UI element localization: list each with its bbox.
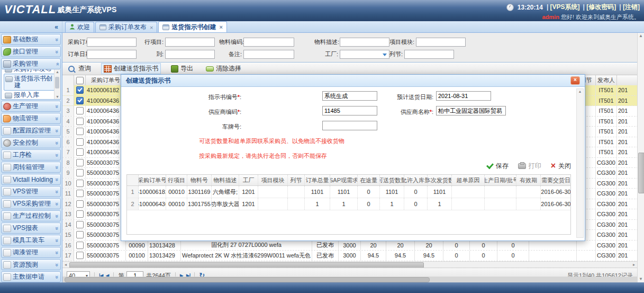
row-checkbox[interactable] (76, 200, 84, 208)
header-order[interactable]: 采购订单号 (86, 75, 126, 85)
row-checkbox[interactable] (76, 138, 84, 146)
sidebar-group[interactable]: 工序检 (1, 149, 61, 161)
sidebar-group[interactable]: Victall Holding (1, 174, 61, 185)
row-checkbox[interactable] (76, 221, 84, 228)
dialog-button[interactable]: 打印 (518, 162, 541, 171)
dialog-grid-row[interactable]: 2 4100006436 00010 1301755 功率放大器 1201 1 … (127, 198, 570, 210)
refresh-button[interactable] (199, 272, 205, 277)
header-link[interactable]: [修改密码] (583, 3, 616, 12)
header-link[interactable]: [VPS系统] (547, 3, 580, 12)
sidebar-group[interactable]: 周转箱管理 (1, 162, 61, 173)
filter-input[interactable] (165, 50, 215, 59)
dialog-grid-row[interactable]: 1 4100006182 00010 1301169 六角螺母; 1201 11… (127, 186, 570, 198)
sidebar-group[interactable]: 基础数据 (1, 34, 61, 45)
scroll-thumb[interactable] (65, 277, 430, 282)
next-page-button[interactable] (180, 273, 184, 277)
sidebar-group[interactable]: VPS报表 (1, 223, 61, 234)
dialog-button[interactable]: 关闭 (551, 162, 571, 171)
row-checkbox[interactable] (76, 128, 84, 135)
row-checkbox[interactable] (76, 159, 84, 166)
filter-input[interactable] (243, 50, 294, 59)
header-publisher[interactable]: 发布人 (596, 75, 617, 85)
cell-date: 201 (617, 230, 637, 240)
filter-input[interactable] (243, 38, 294, 47)
row-checkbox[interactable] (76, 210, 84, 218)
row-checkbox[interactable] (76, 190, 84, 197)
row-checkbox[interactable] (76, 180, 84, 187)
first-page-button[interactable] (99, 273, 103, 277)
row-checkbox[interactable] (76, 107, 84, 114)
tab[interactable]: 欢迎 (65, 22, 94, 32)
toolbar-button[interactable]: 查询 (66, 63, 94, 74)
toolbar-button[interactable]: 创建送货指示书 (101, 63, 161, 74)
row-checkbox[interactable] (76, 86, 84, 94)
filter-input[interactable] (165, 38, 215, 47)
tab[interactable]: 送货指示书创建 (158, 21, 226, 32)
sidebar-group[interactable]: 配置跟踪管理 (1, 125, 61, 136)
toolbar-button[interactable]: 导出 (168, 63, 196, 74)
sidebar-item[interactable]: 送货指示书创建 (4, 74, 57, 91)
select-all-checkbox[interactable] (76, 77, 84, 84)
grid-horizontal-scrollbar[interactable]: ◂ ▸ (62, 261, 637, 268)
panel-horizontal-scrollbar[interactable] (62, 277, 637, 282)
filter-input[interactable] (416, 38, 466, 47)
scroll-thumb[interactable] (55, 77, 59, 88)
vendor-name-field[interactable] (436, 106, 506, 116)
sidebar-group[interactable]: 主数据申请 (1, 271, 61, 282)
row-checkbox[interactable] (76, 97, 84, 104)
tab[interactable]: 采购订单发布 (95, 22, 157, 32)
sidebar-group[interactable]: 资源预测 (1, 259, 61, 270)
prev-page-button[interactable] (105, 273, 109, 277)
sidebar-group[interactable]: 采购管理 (1, 58, 61, 69)
filter-input[interactable] (340, 50, 389, 59)
scroll-down-icon[interactable]: ▼ (638, 276, 644, 282)
dialog-button[interactable]: 保存 (487, 162, 509, 171)
tab-close-icon[interactable] (219, 24, 222, 30)
sidebar-group[interactable]: VPS采购管理 (1, 198, 61, 209)
panel-vertical-scrollbar[interactable]: ▲ ▼ (637, 33, 644, 282)
tab-close-icon[interactable] (150, 24, 153, 31)
scroll-up-icon[interactable]: ▲ (577, 89, 583, 94)
plate-number-field[interactable] (322, 121, 377, 130)
sidebar-group[interactable]: 模具工装车 (1, 235, 61, 246)
sidebar-item[interactable]: 报单入库 (4, 91, 57, 100)
row-checkbox[interactable] (76, 242, 84, 249)
row-checkbox[interactable] (76, 118, 84, 125)
sidebar-group[interactable]: 安全控制 (1, 137, 61, 148)
scroll-thumb[interactable] (638, 153, 644, 193)
scroll-down-icon[interactable]: ▼ (55, 94, 60, 99)
row-checkbox[interactable] (76, 252, 84, 259)
row-checkbox[interactable] (76, 148, 84, 156)
submenu-scrollbar[interactable]: ▲ ▼ (54, 69, 60, 99)
header-link[interactable]: [注销] (619, 3, 640, 12)
dialog-vertical-scrollbar[interactable]: ▲ (576, 88, 584, 238)
sidebar-group-label: 主数据申请 (13, 272, 54, 281)
toolbar-button[interactable]: 清除选择 (203, 63, 244, 74)
scroll-up-icon[interactable]: ▲ (638, 33, 644, 39)
last-page-button[interactable] (186, 273, 190, 277)
sidebar-group[interactable]: 物流管理 (1, 113, 61, 124)
sidebar-collapse-button[interactable]: « (0, 21, 62, 32)
scroll-up-icon[interactable]: ▲ (55, 69, 60, 74)
dialog-close-button[interactable]: × (570, 76, 580, 85)
sidebar-group[interactable]: 调漆管理 (1, 247, 61, 258)
row-checkbox[interactable] (76, 231, 84, 238)
sidebar-group[interactable]: 接口管理 (1, 46, 61, 57)
filter-input[interactable] (87, 38, 137, 47)
table-row[interactable]: 16 5500003075 00090 13013428 固化剂 27 0727… (62, 241, 637, 251)
sidebar-group[interactable]: VPS管理 (1, 186, 61, 197)
table-row[interactable]: 17 5500003075 00100 13013429 Wefaprotect… (62, 251, 637, 261)
filter-field: 物料描述: (314, 38, 389, 47)
sidebar-item[interactable]: 采购订单发布 (4, 69, 57, 74)
filter-input[interactable] (340, 38, 389, 47)
h-transit: 在途量 (358, 175, 380, 185)
page-number-input[interactable] (126, 271, 143, 277)
sidebar-group[interactable]: 生产过程控制 (1, 210, 61, 221)
row-checkbox[interactable] (76, 169, 84, 176)
expected-delivery-date-field[interactable] (436, 91, 491, 101)
filter-input[interactable] (404, 50, 454, 59)
page-size-select[interactable]: 40 (67, 271, 90, 277)
cell-material: 1301755 (187, 198, 212, 210)
filter-input[interactable] (87, 50, 137, 59)
sidebar-group[interactable]: 生产管理 (1, 101, 61, 112)
